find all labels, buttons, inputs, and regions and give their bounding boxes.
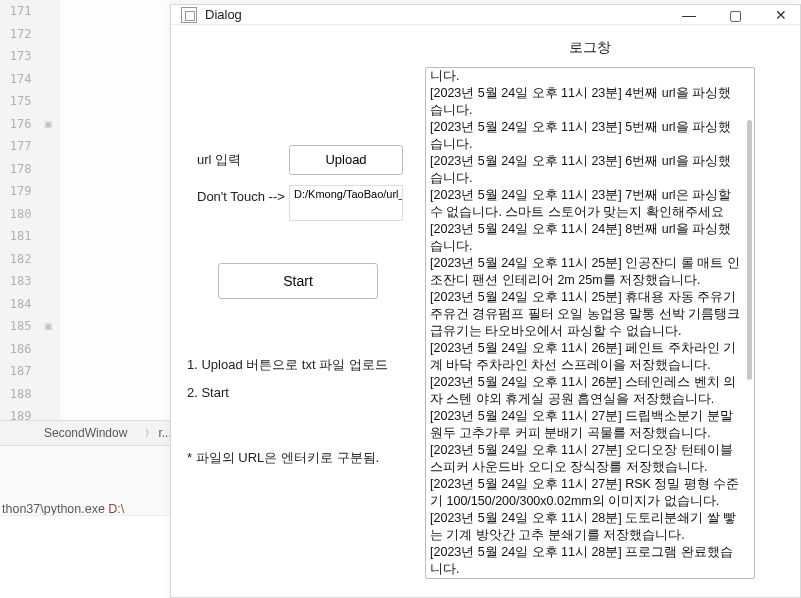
log-title: 로그창 xyxy=(425,25,755,67)
dont-touch-label: Don't Touch --> xyxy=(179,185,289,204)
gutter-line: 171 xyxy=(0,0,55,23)
maximize-button[interactable]: ▢ xyxy=(726,7,744,23)
url-label: url 입력 xyxy=(179,151,289,169)
gutter-line: 182 xyxy=(0,248,55,271)
log-line: [2023년 5월 24일 오후 11시 23분] 7번째 url은 파싱할 수… xyxy=(430,187,744,221)
close-button[interactable]: ✕ xyxy=(772,7,790,23)
gutter-line: 176▣ xyxy=(0,113,55,136)
instructions: 1. Upload 버튼으로 txt 파일 업로드 2. Start xyxy=(179,351,417,407)
gutter-line: 179 xyxy=(0,180,55,203)
log-line: [2023년 5월 24일 오후 11시 25분] 휴대용 자동 주유기 주유건… xyxy=(430,289,744,340)
terminal-line: thon37\python.exe D:\ xyxy=(2,499,168,515)
editor-bottom-fill xyxy=(0,515,170,598)
log-line: [2023년 5월 24일 오후 11시 27분] RSK 정밀 평형 수준기 … xyxy=(430,476,744,510)
gutter-line: 174 xyxy=(0,68,55,91)
log-box[interactable]: 니다.[2023년 5월 24일 오후 11시 23분] 4번째 url을 파싱… xyxy=(425,67,755,579)
log-line: 니다. xyxy=(430,68,744,85)
fold-icon[interactable]: ▣ xyxy=(42,119,56,129)
log-line: [2023년 5월 24일 오후 11시 27분] 오디오장 턴테이블 스피커 … xyxy=(430,442,744,476)
titlebar[interactable]: Dialog — ▢ ✕ xyxy=(171,5,800,25)
editor-code-area[interactable] xyxy=(60,0,170,420)
path-display[interactable]: D:/Kmong/TaoBao/url_test.txt xyxy=(289,185,403,221)
gutter-line: 172 xyxy=(0,23,55,46)
log-line: [2023년 5월 24일 오후 11시 27분] 드립백소분기 분말 원두 고… xyxy=(430,408,744,442)
terminal-panel[interactable]: thon37\python.exe D:\ : use driver.switc xyxy=(0,455,170,515)
log-line: [2023년 5월 24일 오후 11시 23분] 6번째 url을 파싱했습니… xyxy=(430,153,744,187)
start-button[interactable]: Start xyxy=(218,263,378,299)
editor-tab[interactable]: SecondWindow xyxy=(44,426,127,440)
minimize-button[interactable]: — xyxy=(680,7,698,23)
gutter-line: 183 xyxy=(0,270,55,293)
dialog-icon xyxy=(181,7,197,23)
gutter-line: 178 xyxy=(0,158,55,181)
editor-tab-bar[interactable]: SecondWindow 〉 r... xyxy=(0,420,170,446)
gutter-line: 175 xyxy=(0,90,55,113)
editor-background: 171172173174175176▣177178179180181182183… xyxy=(0,0,170,420)
dialog-title: Dialog xyxy=(205,7,242,22)
chevron-right-icon: 〉 xyxy=(145,427,154,440)
gutter-line: 187 xyxy=(0,360,55,383)
log-line: [2023년 5월 24일 오후 11시 24분] 8번째 url을 파싱했습니… xyxy=(430,221,744,255)
log-line: [2023년 5월 24일 오후 11시 25분] 인공잔디 롤 매트 인조잔디… xyxy=(430,255,744,289)
gutter-line: 185▣ xyxy=(0,315,55,338)
log-line: [2023년 5월 24일 오후 11시 26분] 페인트 주차라인 기계 바닥… xyxy=(430,340,744,374)
log-text: 니다.[2023년 5월 24일 오후 11시 23분] 4번째 url을 파싱… xyxy=(426,68,754,578)
gutter-line: 173 xyxy=(0,45,55,68)
gutter-line: 184 xyxy=(0,293,55,316)
dialog-right-column: 로그창 니다.[2023년 5월 24일 오후 11시 23분] 4번째 url… xyxy=(425,25,777,597)
note-text: * 파일의 URL은 엔터키로 구분됨. xyxy=(179,449,417,467)
log-line: [2023년 5월 24일 오후 11시 28분] 도토리분쇄기 쌀 빻는 기계… xyxy=(430,510,744,544)
log-line: [2023년 5월 24일 오후 11시 23분] 4번째 url을 파싱했습니… xyxy=(430,85,744,119)
gutter-line: 180 xyxy=(0,203,55,226)
log-line: [2023년 5월 24일 오후 11시 23분] 5번째 url을 파싱했습니… xyxy=(430,119,744,153)
gutter-line: 181 xyxy=(0,225,55,248)
gutter-line: 186 xyxy=(0,338,55,361)
upload-button[interactable]: Upload xyxy=(289,145,403,175)
editor-gutter: 171172173174175176▣177178179180181182183… xyxy=(0,0,60,428)
log-line: [2023년 5월 24일 오후 11시 28분] 프로그램 완료했습니다. xyxy=(430,544,744,578)
log-line: [2023년 5월 24일 오후 11시 26분] 스테인레스 벤치 의자 스텐… xyxy=(430,374,744,408)
gutter-line: 188 xyxy=(0,383,55,406)
fold-icon[interactable]: ▣ xyxy=(42,321,56,331)
gutter-line: 177 xyxy=(0,135,55,158)
scrollbar-thumb[interactable] xyxy=(747,120,752,380)
dialog-left-column: url 입력 Upload Don't Touch --> D:/Kmong/T… xyxy=(171,25,425,597)
dialog-window: Dialog — ▢ ✕ url 입력 Upload Don't Touch -… xyxy=(170,4,801,598)
